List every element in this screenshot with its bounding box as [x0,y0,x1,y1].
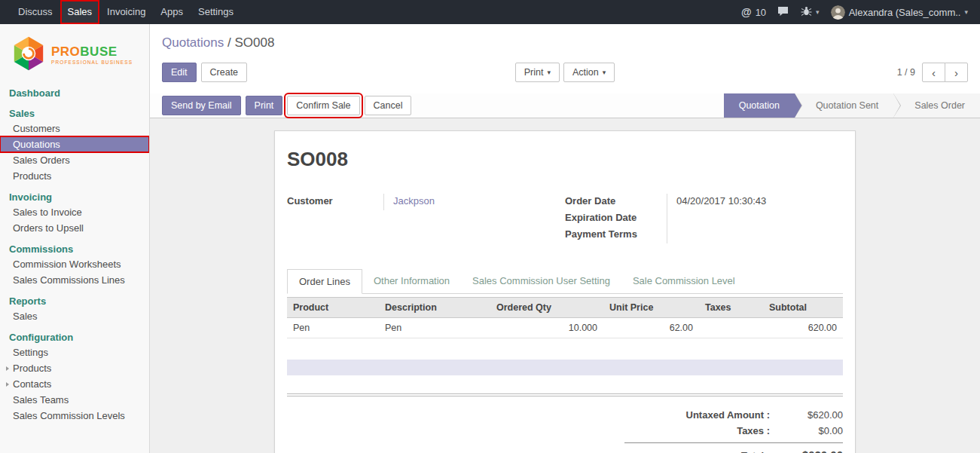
total-label: Total : [624,450,779,453]
taxes-value: $0.00 [779,425,843,436]
sidebar-item-config-contacts[interactable]: Contacts [0,376,149,392]
sidebar-header-commissions[interactable]: Commissions [0,242,149,256]
customer-label: Customer [287,194,383,210]
expiration-date-value [667,210,843,227]
sidebar-header-dashboard[interactable]: Dashboard [0,86,149,100]
print-dropdown[interactable]: Print ▾ [515,63,560,82]
topbar-right: @ 10 [741,0,968,24]
sidebar-item-quotations[interactable]: Quotations [0,136,149,152]
activities-menu[interactable]: @ 10 [741,6,766,18]
sidebar-item-products[interactable]: Products [0,168,149,184]
cell-subtotal: 620.00 [763,318,843,338]
form-statusbar: Send by Email Print Confirm Sale Cancel … [150,93,980,118]
user-name: Alexandra (Sales_comm.. [849,7,961,18]
table-header-row: Product Description Ordered Qty Unit Pri… [287,298,843,318]
action-dropdown[interactable]: Action ▾ [563,63,615,82]
app-logo[interactable]: PROBUSE PROFESSIONAL BUSINESS [0,24,149,83]
breadcrumb-quotations[interactable]: Quotations [162,35,224,50]
sidebar-item-commission-worksheets[interactable]: Commission Worksheets [0,256,149,272]
status-step-quotation-sent[interactable]: Quotation Sent [795,93,893,118]
control-panel-buttons: Edit Create Print ▾ Action ▾ 1 / 9 ‹ [162,62,968,83]
col-subtotal: Subtotal [763,298,843,318]
cell-product[interactable]: Pen [287,318,379,338]
cell-taxes [699,318,763,338]
cell-description: Pen [379,318,490,338]
sidebar-item-sales-commissions-lines[interactable]: Sales Commissions Lines [0,272,149,288]
sidebar-header-reports[interactable]: Reports [0,294,149,308]
sidebar-item-config-settings[interactable]: Settings [0,344,149,360]
taxes-label: Taxes : [624,425,779,436]
confirm-sale-button[interactable]: Confirm Sale [287,96,359,115]
debug-menu[interactable]: ▾ [801,6,820,18]
logo-tagline: PROFESSIONAL BUSINESS [51,60,133,65]
tab-sale-commission-level[interactable]: Sale Commission Level [621,269,746,293]
sidebar-header-sales[interactable]: Sales [0,106,149,121]
customer-value[interactable]: Jackpson [383,194,565,210]
status-step-quotation[interactable]: Quotation [724,93,795,118]
expiration-date-label: Expiration Date [565,210,667,227]
untaxed-amount-label: Untaxed Amount : [624,409,779,421]
col-description: Description [379,298,490,318]
chevron-down-icon: ▾ [547,69,551,76]
sidebar-nav: Dashboard Sales Customers Quotations Sal… [0,83,149,424]
status-step-sales-order[interactable]: Sales Order [893,93,980,118]
pager-previous-button[interactable]: ‹ [922,63,945,82]
payment-terms-value [667,227,843,243]
top-menu: Discuss Sales Invoicing Apps Settings [11,0,241,24]
menu-apps[interactable]: Apps [153,0,191,24]
menu-invoicing[interactable]: Invoicing [99,0,153,24]
chevron-down-icon: ▾ [964,8,968,16]
col-unit-price: Unit Price [603,298,699,318]
section-separator [287,393,843,396]
empty-list-placeholder [287,360,843,375]
print-dropdown-label: Print [524,67,544,78]
sidebar-item-label: Products [13,363,51,374]
menu-settings[interactable]: Settings [191,0,241,24]
tab-other-information[interactable]: Other Information [362,269,461,293]
chat-icon [777,6,789,19]
top-navbar: Discuss Sales Invoicing Apps Settings @ … [0,0,980,24]
sidebar-item-sales-to-invoice[interactable]: Sales to Invoice [0,204,149,220]
cancel-button[interactable]: Cancel [365,96,412,115]
untaxed-amount-value: $620.00 [779,409,843,421]
user-menu[interactable]: Alexandra (Sales_comm.. ▾ [831,5,968,20]
avatar [831,5,845,20]
totals-block: Untaxed Amount : $620.00 Taxes : $0.00 T… [624,407,843,453]
messages-menu[interactable] [777,6,789,19]
form-view: SO008 Customer Jackpson Order Date 04/20… [150,118,980,453]
print-button[interactable]: Print [246,96,283,115]
sidebar-header-invoicing[interactable]: Invoicing [0,190,149,204]
breadcrumb-current: SO008 [234,35,274,50]
sidebar-item-config-products[interactable]: Products [0,360,149,376]
pager-next-button[interactable]: › [945,63,968,82]
breadcrumb-separator: / [227,35,231,50]
cell-unit-price: 62.00 [603,318,699,338]
menu-sales[interactable]: Sales [60,0,100,24]
sidebar-item-sales-commission-levels[interactable]: Sales Commission Levels [0,408,149,424]
sidebar-item-customers[interactable]: Customers [0,121,149,136]
sidebar-item-orders-to-upsell[interactable]: Orders to Upsell [0,220,149,236]
tab-sales-commission-user-setting[interactable]: Sales Commission User Setting [461,269,621,293]
tab-order-lines[interactable]: Order Lines [287,269,362,294]
logo-part2: BUSE [80,44,117,59]
sidebar: PROBUSE PROFESSIONAL BUSINESS Dashboard … [0,24,150,453]
order-date-label: Order Date [565,194,667,210]
activities-count: 10 [756,7,766,18]
table-row[interactable]: Pen Pen 10.000 62.00 620.00 [287,318,843,338]
expand-caret-icon [6,366,9,371]
menu-discuss[interactable]: Discuss [11,0,60,24]
notebook-tabs: Order Lines Other Information Sales Comm… [287,269,843,294]
sidebar-item-sales-orders[interactable]: Sales Orders [0,152,149,168]
create-button[interactable]: Create [201,63,248,82]
send-by-email-button[interactable]: Send by Email [162,96,241,115]
sidebar-item-sales-teams[interactable]: Sales Teams [0,392,149,408]
payment-terms-label: Payment Terms [565,227,667,243]
statusbar-steps: Quotation Quotation Sent Sales Order [724,93,980,118]
main-area: Quotations / SO008 Edit Create Print ▾ A… [150,24,980,453]
pager-value: 1 / 9 [897,67,915,78]
sidebar-item-label: Contacts [13,378,51,390]
sidebar-header-configuration[interactable]: Configuration [0,330,149,344]
sidebar-item-reports-sales[interactable]: Sales [0,308,149,324]
edit-button[interactable]: Edit [162,63,197,82]
chevron-down-icon: ▾ [603,69,606,76]
